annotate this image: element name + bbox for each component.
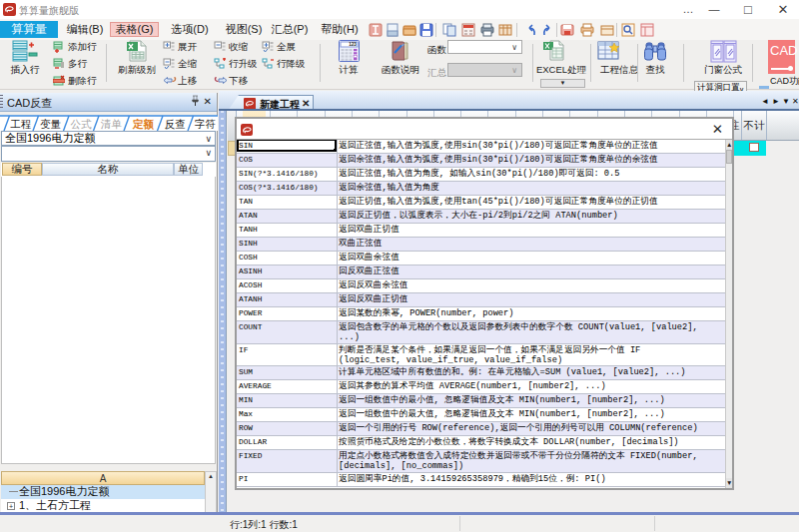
- svg-text:公式: 公式: [71, 118, 93, 130]
- svg-text:定额: 定额: [132, 118, 155, 130]
- svg-text:清单: 清单: [101, 118, 123, 130]
- svg-text:工程: 工程: [10, 118, 32, 130]
- svg-text:反查: 反查: [165, 118, 186, 130]
- svg-text:变量: 变量: [40, 118, 61, 130]
- svg-text:字符: 字符: [195, 118, 216, 130]
- svg-text:123: 123: [349, 42, 357, 47]
